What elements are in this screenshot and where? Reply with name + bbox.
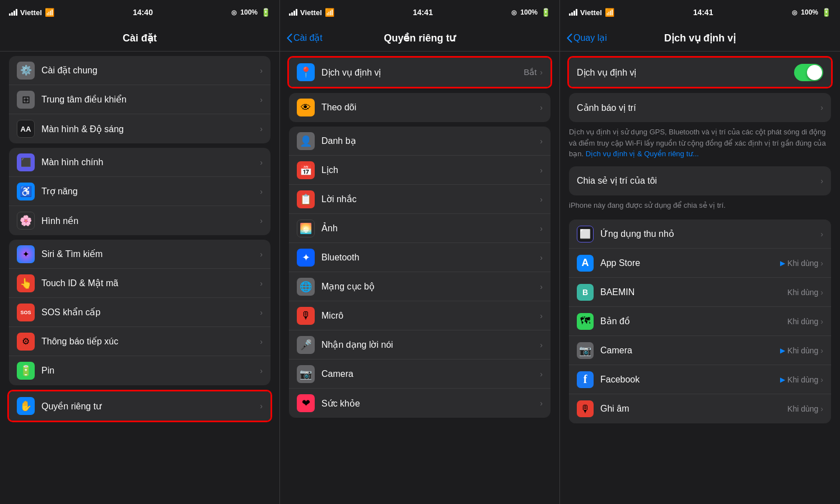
label-dich-vu-dinh-vi: Dịch vụ định vị [321, 67, 524, 78]
location-link[interactable]: Dịch vụ định vị & Quyền riêng tư... [586, 150, 699, 158]
group-general: ⚙️ Cài đặt chung › ⊞ Trung tâm điều khiể… [9, 56, 270, 143]
item-cai-dat-chung[interactable]: ⚙️ Cài đặt chung › [9, 56, 270, 85]
item-trung-tam[interactable]: ⊞ Trung tâm điều khiển › [9, 85, 270, 114]
app-icon-appstore: A [577, 255, 594, 272]
item-camera-p2[interactable]: 📷 Camera › [289, 360, 550, 389]
nav-back-label-2: Cài đặt [293, 32, 323, 43]
app-row-baemin[interactable]: B BAEMIN Khi dùng › [569, 278, 831, 307]
item-micro[interactable]: 🎙 Micrô › [289, 301, 550, 330]
group-apps: ⬜ Ứng dụng thu nhỏ › A App Store ▶ Khi d… [569, 220, 831, 423]
nav-bar-1: Cài đặt [0, 25, 279, 52]
label-tro-nang: Trợ năng [41, 186, 260, 197]
app-row-widgets[interactable]: ⬜ Ứng dụng thu nhỏ › [569, 220, 831, 249]
icon-mang-cuc-bo: 🌐 [297, 278, 315, 296]
signal-icon-3 [569, 9, 577, 16]
item-loi-nhac[interactable]: 📋 Lời nhắc › [289, 185, 550, 214]
icon-thong-bao: ⚙ [17, 333, 35, 351]
signal-icon-1 [9, 9, 17, 16]
chevron-quyen-rieng-tu: › [260, 402, 263, 410]
item-anh[interactable]: 🌅 Ảnh › [289, 214, 550, 243]
app-row-appstore[interactable]: A App Store ▶ Khi dùng › [569, 249, 831, 278]
icon-theo-doi: 👁 [297, 99, 315, 116]
chevron-mang-cuc-bo: › [540, 282, 543, 291]
nav-back-2[interactable]: Cài đặt [287, 32, 323, 43]
chevron-man-hinh-do-sang: › [260, 124, 263, 133]
app-name-facebook: Facebook [600, 375, 780, 385]
item-pin[interactable]: 🔋 Pin › [9, 356, 270, 385]
privacy-list: 📍 Dịch vụ định vị Bắt › 👁 Theo dõi › 👤 [280, 52, 559, 504]
label-lich: Lịch [321, 165, 540, 175]
panel-privacy: Viettel 📶 14:41 ◎ 100% 🔋 Cài đặt Quyền r… [280, 0, 560, 504]
item-hinh-nen[interactable]: 🌸 Hình nền › [9, 206, 270, 235]
label-danh-ba: Danh bạ [321, 136, 540, 146]
chevron-thong-bao: › [260, 337, 263, 346]
item-nhan-dang[interactable]: 🎤 Nhận dạng lời nói › [289, 330, 550, 360]
group-contacts-etc: 👤 Danh bạ › 📅 Lịch › 📋 Lời nhắc › [289, 127, 550, 418]
item-tro-nang[interactable]: ♿ Trợ năng › [9, 177, 270, 206]
chevron-cai-dat-chung: › [260, 66, 263, 75]
app-row-recorder[interactable]: 🎙 Ghi âm Khi dùng › [569, 394, 831, 423]
chevron-loi-nhac: › [540, 195, 543, 204]
app-row-maps[interactable]: 🗺 Bản đồ Khi dùng › [569, 307, 831, 336]
icon-sos: SOS [17, 304, 35, 321]
icon-touch-id: 👆 [17, 274, 35, 292]
status-baemin: Khi dùng [787, 288, 818, 297]
item-theo-doi[interactable]: 👁 Theo dõi › [289, 93, 550, 122]
item-bluetooth[interactable]: ✦ Bluetooth › [289, 243, 550, 272]
chevron-danh-ba: › [540, 137, 543, 146]
item-thong-bao[interactable]: ⚙ Thông báo tiếp xúc › [9, 327, 270, 356]
battery-icon-2: 🔋 [541, 8, 550, 17]
label-loi-nhac: Lời nhắc [321, 194, 540, 204]
app-row-facebook[interactable]: f Facebook ▶ Khi dùng › [569, 365, 831, 394]
chevron-trung-tam: › [260, 95, 263, 104]
location-icon-2: ◎ [511, 9, 517, 16]
nav-back-3[interactable]: Quay lại [567, 32, 607, 43]
chevron-chia-se: › [820, 176, 823, 185]
item-siri[interactable]: ✦ Siri & Tìm kiếm › [9, 240, 270, 269]
item-lich[interactable]: 📅 Lịch › [289, 156, 550, 185]
item-canh-bao[interactable]: Cảnh báo vị trí › [569, 93, 831, 122]
item-man-hinh-chinh[interactable]: ⬛ Màn hình chính › [9, 148, 270, 177]
section-privacy: 📍 Dịch vụ định vị Bắt › 👁 Theo dõi › 👤 [280, 56, 559, 418]
item-man-hinh-do-sang[interactable]: AA Màn hình & Độ sáng › [9, 114, 270, 143]
label-man-hinh-chinh: Màn hình chính [41, 157, 260, 167]
label-canh-bao: Cảnh báo vị trí [577, 102, 820, 113]
status-appstore: ▶ Khi dùng [780, 259, 818, 268]
chevron-man-hinh-chinh: › [260, 158, 263, 167]
item-chia-se[interactable]: Chia sẻ vị trí của tôi › [569, 166, 831, 195]
nav-title-2: Quyền riêng tư [384, 32, 455, 44]
nav-title-1: Cài đặt [123, 32, 157, 44]
app-name-widgets: Ứng dụng thu nhỏ [600, 228, 820, 239]
status-time-1: 14:40 [133, 8, 153, 17]
label-man-hinh-do-sang: Màn hình & Độ sáng [41, 124, 260, 134]
item-suc-khoe[interactable]: ❤ Sức khỏe › [289, 389, 550, 418]
nav-title-3: Dịch vụ định vị [664, 32, 736, 44]
icon-hinh-nen: 🌸 [17, 212, 35, 230]
settings-list-1: ⚙️ Cài đặt chung › ⊞ Trung tâm điều khiể… [0, 52, 279, 504]
status-carrier-3: Viettel 📶 [569, 8, 614, 17]
item-dich-vu-dinh-vi[interactable]: 📍 Dịch vụ định vị Bắt › [289, 58, 550, 87]
icon-micro: 🎙 [297, 307, 315, 325]
icon-dich-vu-dinh-vi: 📍 [297, 63, 315, 81]
item-touch-id[interactable]: 👆 Touch ID & Mật mã › [9, 269, 270, 298]
label-touch-id: Touch ID & Mật mã [41, 278, 260, 288]
icon-pin: 🔋 [17, 362, 35, 380]
item-location-toggle[interactable]: Dịch vụ định vị [569, 58, 831, 87]
app-row-camera[interactable]: 📷 Camera ▶ Khi dùng › [569, 336, 831, 365]
chevron-bluetooth: › [540, 253, 543, 262]
chevron-recorder: › [820, 404, 823, 413]
highlight-dich-vu-dinh-vi: 📍 Dịch vụ định vị Bắt › [287, 56, 552, 88]
nav-back-label-3: Quay lại [573, 32, 607, 43]
app-icon-camera: 📷 [577, 342, 594, 359]
chevron-nhan-dang: › [540, 340, 543, 349]
item-mang-cuc-bo[interactable]: 🌐 Mạng cục bộ › [289, 272, 550, 301]
app-icon-baemin: B [577, 284, 594, 301]
app-name-appstore: App Store [600, 258, 780, 268]
item-quyen-rieng-tu[interactable]: ✋ Quyền riêng tư › [9, 391, 270, 421]
item-sos[interactable]: SOS SOS khẩn cấp › [9, 298, 270, 327]
icon-danh-ba: 👤 [297, 132, 315, 150]
chevron-appstore: › [820, 259, 823, 268]
label-trung-tam: Trung tâm điều khiển [41, 94, 260, 105]
toggle-location[interactable] [794, 64, 823, 81]
item-danh-ba[interactable]: 👤 Danh bạ › [289, 127, 550, 156]
